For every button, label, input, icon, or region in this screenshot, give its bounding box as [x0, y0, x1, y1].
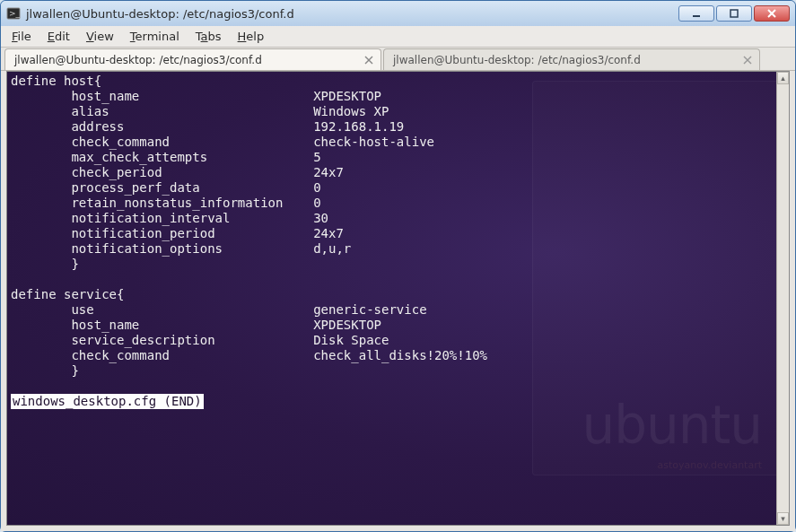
- logo-credit: astoyanov.deviantart: [582, 459, 762, 471]
- menu-view[interactable]: View: [79, 28, 121, 45]
- menubar: File Edit View Terminal Tabs Help: [1, 26, 795, 48]
- menu-terminal[interactable]: Terminal: [123, 28, 187, 45]
- menu-edit[interactable]: Edit: [40, 28, 77, 45]
- window-title: jlwallen@Ubuntu-desktop: /etc/nagios3/co…: [26, 7, 678, 21]
- scroll-track[interactable]: [777, 84, 789, 512]
- svg-rect-3: [730, 10, 738, 17]
- close-button[interactable]: [754, 5, 790, 22]
- tab-label: jlwallen@Ubuntu-desktop: /etc/nagios3/co…: [14, 54, 262, 66]
- tab-close-icon[interactable]: [363, 54, 375, 66]
- tab-label: jlwallen@Ubuntu-desktop: /etc/nagios3/co…: [393, 54, 641, 66]
- scroll-up-button[interactable]: ▴: [777, 72, 789, 84]
- terminal-app-icon: >_: [6, 6, 21, 21]
- menu-file[interactable]: File: [4, 28, 39, 45]
- terminal-output: define host{ host_name XPDESKTOP alias W…: [7, 72, 789, 411]
- tab-active[interactable]: jlwallen@Ubuntu-desktop: /etc/nagios3/co…: [4, 48, 381, 70]
- maximize-button[interactable]: [716, 5, 752, 22]
- tabbar: jlwallen@Ubuntu-desktop: /etc/nagios3/co…: [1, 48, 795, 71]
- app-window: >_ jlwallen@Ubuntu-desktop: /etc/nagios3…: [0, 0, 796, 532]
- tab-inactive[interactable]: jlwallen@Ubuntu-desktop: /etc/nagios3/co…: [383, 48, 760, 70]
- window-controls: [678, 5, 790, 22]
- minimize-button[interactable]: [678, 5, 714, 22]
- menu-help[interactable]: Help: [231, 28, 272, 45]
- scroll-down-button[interactable]: ▾: [777, 512, 789, 525]
- terminal[interactable]: ubuntu astoyanov.deviantart define host{…: [6, 71, 790, 526]
- pager-end-line: windows_desktop.cfg (END): [11, 394, 204, 409]
- menu-tabs[interactable]: Tabs: [188, 28, 229, 45]
- scrollbar-vertical[interactable]: ▴ ▾: [776, 72, 789, 525]
- svg-text:>_: >_: [9, 9, 21, 18]
- titlebar[interactable]: >_ jlwallen@Ubuntu-desktop: /etc/nagios3…: [1, 1, 795, 26]
- terminal-container: ubuntu astoyanov.deviantart define host{…: [1, 71, 795, 531]
- tab-close-icon[interactable]: [741, 54, 754, 66]
